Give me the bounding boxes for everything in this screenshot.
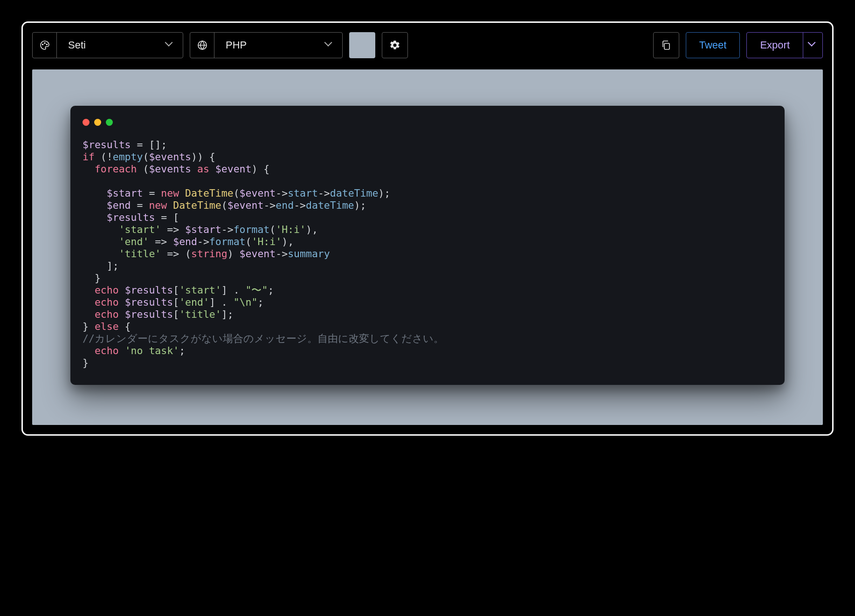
close-dot-icon: [83, 119, 90, 126]
theme-select-value: Seti: [68, 39, 86, 51]
copy-button[interactable]: [653, 32, 679, 58]
theme-select[interactable]: Seti: [57, 33, 183, 58]
background-color-picker[interactable]: [349, 32, 375, 58]
app-frame: Seti PHP Tweet Export: [21, 21, 834, 436]
svg-point-2: [46, 44, 47, 45]
gear-icon: [389, 40, 400, 51]
chevron-down-icon: [809, 41, 817, 49]
copy-icon: [661, 40, 672, 51]
tweet-button[interactable]: Tweet: [686, 32, 740, 58]
zoom-dot-icon: [106, 119, 113, 126]
chevron-down-icon: [325, 41, 334, 49]
window-traffic-lights: [83, 119, 772, 126]
export-menu-toggle[interactable]: [803, 33, 822, 58]
language-select-value: PHP: [226, 39, 247, 51]
export-button-group: Export: [746, 32, 823, 58]
svg-rect-4: [664, 43, 669, 49]
settings-button[interactable]: [382, 32, 408, 58]
svg-point-0: [42, 44, 43, 45]
language-select-group: PHP: [190, 32, 343, 58]
chevron-down-icon: [166, 41, 174, 49]
language-select[interactable]: PHP: [214, 33, 342, 58]
toolbar: Seti PHP Tweet Export: [32, 32, 823, 58]
export-button[interactable]: Export: [747, 39, 803, 51]
tweet-button-label: Tweet: [699, 39, 727, 51]
code-window: $results = []; if (!empty($events)) { fo…: [70, 106, 785, 385]
minimize-dot-icon: [94, 119, 101, 126]
canvas-area: $results = []; if (!empty($events)) { fo…: [32, 69, 823, 425]
svg-point-1: [44, 43, 45, 44]
code-editor[interactable]: $results = []; if (!empty($events)) { fo…: [83, 139, 772, 369]
theme-select-group: Seti: [32, 32, 183, 58]
globe-icon: [190, 33, 214, 58]
export-button-label: Export: [760, 39, 790, 51]
palette-icon: [33, 33, 57, 58]
